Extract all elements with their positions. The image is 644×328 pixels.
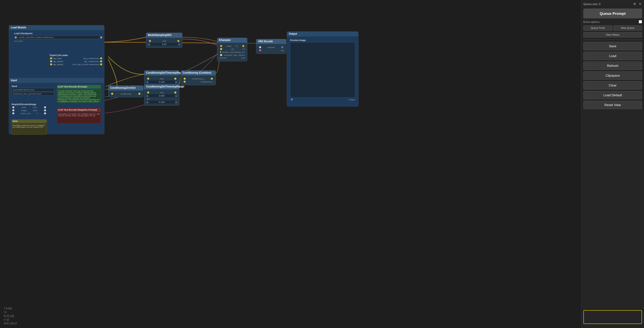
view-queue-button[interactable]: View Queue xyxy=(613,25,642,31)
reset-view-button[interactable]: Reset View xyxy=(583,101,642,109)
cond-combine-header: Conditioning (Combine) xyxy=(181,70,216,75)
ct2-end-dec[interactable]: ◀ xyxy=(146,101,148,103)
dot-clip2 xyxy=(50,60,52,62)
dot-latent-w xyxy=(12,106,14,108)
load-button[interactable]: Load xyxy=(583,52,642,60)
preview-canvas xyxy=(290,42,355,98)
shift-value: 3.00 xyxy=(150,43,178,46)
ct1-start-dec[interactable]: ◀ xyxy=(146,81,148,83)
refresh-button[interactable]: Refresh xyxy=(583,62,642,70)
load-models-header: Load Models xyxy=(9,25,104,30)
settings-icon-btn[interactable]: ⚙ xyxy=(633,2,637,6)
seed-control-field[interactable]: randomize_after_generate fixed xyxy=(12,92,54,96)
clip3-label: clip_name3 xyxy=(53,63,72,66)
clipspace-button[interactable]: Clipspace xyxy=(583,71,642,80)
cond-timestep1-header: ConditioningSetTimestepRange xyxy=(144,70,179,75)
cond-combine-node[interactable]: Conditioning (Combine) conditioning_1 co… xyxy=(181,70,216,85)
ks-sampler: dpmpp_2m xyxy=(235,51,245,53)
ct1-start-inc[interactable]: ▶ xyxy=(176,81,177,83)
dot-ks-pos xyxy=(220,48,222,50)
shift-decrement[interactable]: ◀ xyxy=(148,43,150,45)
clip1-val: clip_g.safetensors xyxy=(83,57,99,60)
dot-ks-model xyxy=(220,45,222,47)
status-fps: FPS 178.57 xyxy=(4,322,17,325)
ct2-end-val: 0.100 xyxy=(148,101,175,104)
output-node[interactable]: Output Preview Image images xyxy=(287,31,358,109)
ksampler-header: KSampler xyxy=(217,38,247,42)
clip-prompt-title: CLIP Text Encode (Prompt) xyxy=(57,85,101,88)
dot-latent-h xyxy=(12,109,14,111)
note-title: Note xyxy=(12,119,47,123)
ksampler-node[interactable]: KSampler steps 20 cfg 4.5 sampler_name d… xyxy=(217,38,247,61)
clip2-val: clip_l.safetensors xyxy=(84,60,99,63)
clip-negative-title: CLIP Text Encode (Negative Prompt) xyxy=(57,108,101,112)
clip3-val: t5xxl_fp8_e4m3fn.safetensors xyxy=(72,63,99,66)
ks-steps: 20 xyxy=(235,45,238,47)
dot-latent-w-out xyxy=(44,106,46,108)
queue-icons: ⚙ ✕ xyxy=(633,2,642,6)
dot-latent-h-out xyxy=(44,109,46,111)
clip-prompt-text[interactable]: A female character with long, flowing ha… xyxy=(57,89,101,103)
shift-increment[interactable]: ▶ xyxy=(179,43,180,45)
model-sampling-body: shift ◀ 3.00 ▶ xyxy=(146,37,182,48)
divider-1 xyxy=(583,39,642,40)
load-default-button[interactable]: Load Default xyxy=(583,91,642,99)
ct2-start-dec[interactable]: ◀ xyxy=(146,95,148,97)
model-sampling-node[interactable]: ModelSamplingSD3 shift ◀ 3.00 ▶ xyxy=(146,33,182,48)
shift-slider-row[interactable]: ◀ 3.00 ▶ xyxy=(148,43,180,46)
input-node[interactable]: Input Seed seed 846513902412924 randomiz… xyxy=(9,78,104,134)
dot-ks-neg xyxy=(220,51,221,53)
dot-ks-out xyxy=(242,45,244,47)
dot-pi-in xyxy=(291,99,293,101)
input-header: Input xyxy=(9,78,104,83)
extra-options-checkbox[interactable] xyxy=(639,20,642,23)
ct2-end-inc[interactable]: ▶ xyxy=(176,101,177,103)
ct1-start-slider[interactable]: ◀ 0.100 ▶ xyxy=(146,80,177,83)
dot-model-in xyxy=(100,36,102,38)
dot-model-out xyxy=(15,36,17,38)
clear-button[interactable]: Clear xyxy=(583,81,642,89)
canvas-area[interactable]: Load Models Load Checkpoint sdv3l5_1024v… xyxy=(0,0,581,328)
seed-title: Seed xyxy=(12,85,54,87)
queue-header: Queue size: 0 ⚙ ✕ xyxy=(583,2,642,6)
close-icon-btn[interactable]: ✕ xyxy=(638,2,642,6)
dot-clip1 xyxy=(50,57,52,59)
cond-timestep2-body: start ◀ 0.000 ▶ end ◀ 0.100 ▶ xyxy=(144,89,179,106)
dot-ct2-out xyxy=(174,91,176,93)
dot-latent-b xyxy=(12,112,14,114)
dot-vd-vae xyxy=(259,49,261,51)
status-i: I 0 xyxy=(4,310,17,314)
seed-value-field[interactable]: seed 846513902412924 xyxy=(12,88,54,92)
vae-decode-header: VAE Decode xyxy=(256,39,286,44)
ct2-end-slider[interactable]: ◀ 0.100 ▶ xyxy=(146,101,177,104)
queue-prompt-button[interactable]: Queue Prompt xyxy=(583,9,642,18)
view-history-button[interactable]: View History xyxy=(583,32,642,37)
dot-cc-in2 xyxy=(184,81,186,83)
vae-decode-node[interactable]: VAE Decode samples vae xyxy=(256,39,286,54)
preview-title: Preview Image xyxy=(290,39,355,41)
cond-combine-body: conditioning_1 conditioning_2 xyxy=(181,75,216,85)
queue-nav: Queue Front View Queue xyxy=(583,25,642,31)
latent-batch-val: 1 xyxy=(36,112,37,115)
latent-width-val: 1024 xyxy=(32,106,37,109)
queue-front-button[interactable]: Queue Front xyxy=(583,25,612,31)
checkpoint-model-field[interactable]: sdv3l5_1024v4s0_medium.safetensors xyxy=(17,35,99,39)
extra-options-row: Extra options xyxy=(583,20,642,23)
clip2-label: clip_name2 xyxy=(53,60,84,63)
ks-denoise: 1.00 xyxy=(241,57,245,59)
model-sampling-header: ModelSamplingSD3 xyxy=(146,33,182,37)
load-models-node[interactable]: Load Models Load Checkpoint sdv3l5_1024v… xyxy=(9,25,104,80)
ct2-start-slider[interactable]: ◀ 0.000 ▶ xyxy=(146,94,177,97)
save-button[interactable]: Save xyxy=(583,42,642,50)
clip-negative-text[interactable]: bad quality, poor quality, dull, stuff/a… xyxy=(57,112,101,123)
cond-timestep2-node[interactable]: ConditioningSetTimestepRange start ◀ 0.0… xyxy=(144,84,179,106)
out-name-label: out_name xyxy=(14,40,23,42)
dot-ks-lat xyxy=(220,54,222,56)
extra-options-label: Extra options xyxy=(583,20,599,23)
dot-cz-in xyxy=(111,93,113,95)
dot-ms-in xyxy=(149,40,151,42)
ct2-start-inc[interactable]: ▶ xyxy=(176,95,177,97)
dot-latent-b-out xyxy=(44,112,46,114)
dot-cc-out xyxy=(211,78,213,80)
cond-zero-node[interactable]: ConditioningZeroOut conditioning xyxy=(108,85,143,97)
